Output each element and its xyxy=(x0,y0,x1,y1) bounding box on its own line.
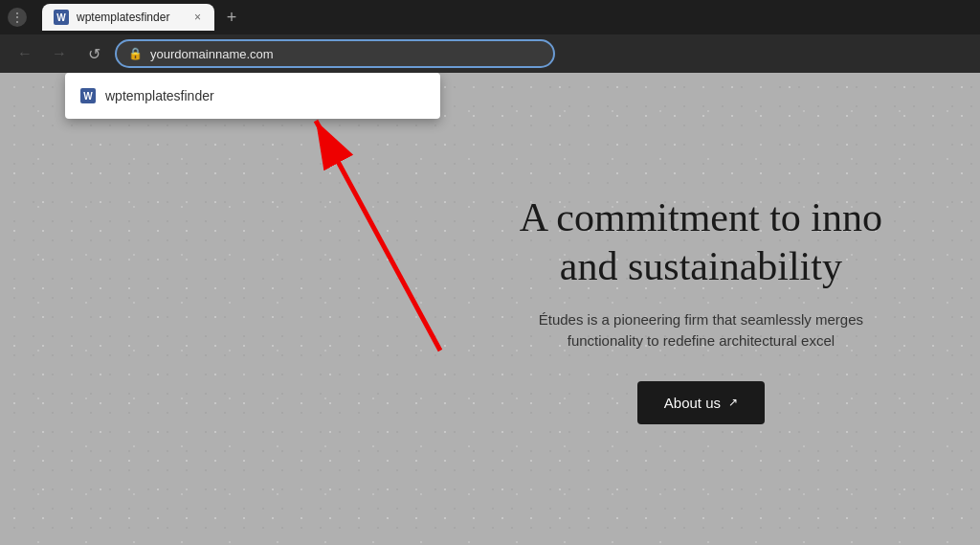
about-arrow-icon: ↗ xyxy=(728,396,738,409)
nav-bar: ← → ↺ 🔒 yourdomainname.com xyxy=(0,34,980,73)
dropdown-favicon: W xyxy=(80,88,96,103)
about-us-button[interactable]: About us ↗ xyxy=(637,381,765,424)
active-tab[interactable]: W wptemplatesfinder × xyxy=(42,4,214,31)
hero-subtitle: Études is a pioneering firm that seamles… xyxy=(460,309,942,352)
tab-bar: ⋮ W wptemplatesfinder × + xyxy=(0,0,980,34)
security-icon: 🔒 xyxy=(128,47,143,60)
browser-window: ⋮ W wptemplatesfinder × + ← → ↺ 🔒 xyxy=(0,0,980,545)
tab-favicon: W xyxy=(54,10,69,25)
tab-group: W wptemplatesfinder × + xyxy=(42,4,972,31)
hero-section: A commitment to inno and sustainability … xyxy=(441,73,980,545)
tab-close-btn[interactable]: × xyxy=(192,10,203,25)
hero-title: A commitment to inno and sustainability xyxy=(460,193,942,290)
address-dropdown: W wptemplatesfinder xyxy=(65,73,440,119)
dropdown-item-text: wptemplatesfinder xyxy=(105,88,214,103)
dropdown-item[interactable]: W wptemplatesfinder xyxy=(65,80,440,111)
tab-title: wptemplatesfinder xyxy=(77,11,185,24)
new-tab-button[interactable]: + xyxy=(218,4,245,31)
address-bar[interactable]: 🔒 yourdomainname.com xyxy=(115,39,555,68)
window-controls: ⋮ xyxy=(8,8,31,27)
back-button[interactable]: ← xyxy=(11,40,38,67)
browser-chrome: ⋮ W wptemplatesfinder × + ← → ↺ 🔒 xyxy=(0,0,980,73)
website-content: W wptemplatesfinder A commitment to inno… xyxy=(0,73,980,545)
reload-button[interactable]: ↺ xyxy=(80,40,107,67)
url-text: yourdomainname.com xyxy=(150,47,542,61)
forward-button[interactable]: → xyxy=(46,40,73,67)
window-menu-btn[interactable]: ⋮ xyxy=(8,8,27,27)
